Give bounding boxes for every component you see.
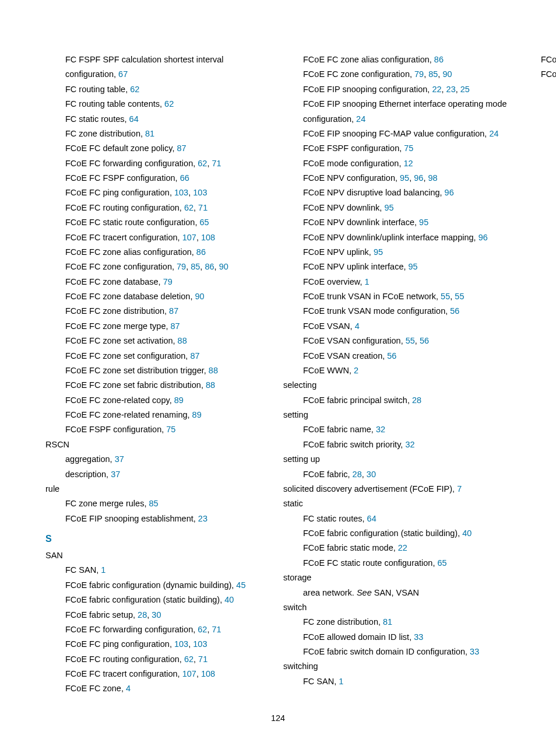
page-ref-link[interactable]: 55 <box>455 292 464 301</box>
page-ref-link[interactable]: 65 <box>438 558 447 568</box>
page-ref-link[interactable]: 95 <box>400 173 409 183</box>
page-ref-link[interactable]: 45 <box>236 580 245 590</box>
page-ref-link[interactable]: 85 <box>428 69 438 79</box>
page-ref-link[interactable]: 56 <box>387 351 396 360</box>
page-ref-link[interactable]: 86 <box>434 55 444 64</box>
page-ref-link[interactable]: 87 <box>171 321 180 331</box>
page-ref-link[interactable]: 64 <box>367 514 376 523</box>
page-ref-link[interactable]: 56 <box>450 306 459 316</box>
page-ref-link[interactable]: 62 <box>184 654 193 664</box>
page-ref-link[interactable]: 85 <box>191 262 200 271</box>
page-ref-link[interactable]: 103 <box>174 188 188 197</box>
page-ref-link[interactable]: 56 <box>420 336 429 345</box>
page-ref-link[interactable]: 86 <box>196 247 206 257</box>
page-ref-link[interactable]: 25 <box>460 85 470 94</box>
page-ref-link[interactable]: 4 <box>355 321 360 331</box>
page-ref-link[interactable]: 87 <box>169 306 178 316</box>
page-ref-link[interactable]: 71 <box>198 203 207 212</box>
page-ref-link[interactable]: 7 <box>457 484 462 494</box>
page-ref-link[interactable]: 107 <box>182 233 196 242</box>
page-ref-link[interactable]: 103 <box>193 639 207 649</box>
page-ref-link[interactable]: 62 <box>198 625 207 634</box>
index-term: selecting <box>283 378 511 393</box>
page-ref-link[interactable]: 107 <box>182 669 196 678</box>
page-ref-link[interactable]: 66 <box>180 173 189 183</box>
index-subentry: FCoE FC zone merge type, 87 <box>65 319 273 334</box>
page-ref-link[interactable]: 71 <box>212 159 221 168</box>
page-ref-link[interactable]: 22 <box>398 543 407 552</box>
page-ref-link[interactable]: 1 <box>101 565 105 575</box>
page-ref-link[interactable]: 75 <box>404 144 413 153</box>
page-ref-link[interactable]: 71 <box>212 625 221 634</box>
index-subentry: FCoE FC ping configuration, 103, 103 <box>65 186 273 200</box>
page-ref-link[interactable]: 79 <box>177 262 186 271</box>
page-ref-link[interactable]: 37 <box>111 470 120 479</box>
page-ref-link[interactable]: 85 <box>149 499 158 508</box>
page-ref-link[interactable]: 103 <box>174 639 188 649</box>
page-ref-link[interactable]: 2 <box>354 366 358 375</box>
page-ref-link[interactable]: 103 <box>193 188 207 197</box>
page-ref-link[interactable]: 88 <box>206 380 215 390</box>
page-ref-link[interactable]: 108 <box>201 669 215 678</box>
page-ref-link[interactable]: 79 <box>414 69 424 79</box>
page-ref-link[interactable]: 87 <box>190 351 199 360</box>
page-ref-link[interactable]: 32 <box>405 440 414 449</box>
page-ref-link[interactable]: 55 <box>441 292 450 301</box>
page-ref-link[interactable]: 28 <box>138 610 147 620</box>
page-ref-link[interactable]: 23 <box>446 85 456 94</box>
page-ref-link[interactable]: 32 <box>376 425 385 434</box>
page-ref-link[interactable]: 86 <box>205 262 214 271</box>
page-ref-link[interactable]: 28 <box>353 470 362 479</box>
page-ref-link[interactable]: 22 <box>432 85 441 94</box>
page-ref-link[interactable]: 81 <box>145 129 154 138</box>
page-ref-link[interactable]: 55 <box>406 336 415 345</box>
entry-text: FC routing table contents, <box>65 99 164 108</box>
page-ref-link[interactable]: 87 <box>177 144 186 153</box>
page-ref-link[interactable]: 96 <box>445 188 454 197</box>
page-ref-link[interactable]: 90 <box>442 69 452 79</box>
page-ref-link[interactable]: 4 <box>126 684 131 693</box>
page-ref-link[interactable]: 90 <box>195 292 204 301</box>
page-ref-link[interactable]: 79 <box>163 277 173 286</box>
page-ref-link[interactable]: 96 <box>478 233 488 242</box>
page-ref-link[interactable]: 30 <box>367 470 376 479</box>
page-ref-link[interactable]: 64 <box>129 114 139 124</box>
page-ref-link[interactable]: 95 <box>419 218 428 227</box>
page-ref-link[interactable]: 65 <box>200 218 209 227</box>
page-ref-link[interactable]: 67 <box>118 69 128 79</box>
page-ref-link[interactable]: 96 <box>414 173 423 183</box>
page-ref-link[interactable]: 62 <box>198 159 207 168</box>
page-ref-link[interactable]: 40 <box>462 528 471 538</box>
page-ref-link[interactable]: 24 <box>356 114 365 124</box>
page-ref-link[interactable]: 88 <box>209 366 218 375</box>
page-ref-link[interactable]: 62 <box>164 99 174 108</box>
page-ref-link[interactable]: 23 <box>198 514 207 523</box>
page-ref-link[interactable]: 89 <box>192 410 202 419</box>
page-ref-link[interactable]: 33 <box>414 632 423 642</box>
page-ref-link[interactable]: 1 <box>339 677 343 686</box>
page-ref-link[interactable]: 71 <box>198 654 207 664</box>
page-ref-link[interactable]: 89 <box>174 396 184 405</box>
page-ref-link[interactable]: 30 <box>152 610 161 620</box>
page-ref-link[interactable]: 62 <box>184 203 193 212</box>
page-ref-link[interactable]: 33 <box>470 647 479 656</box>
page-ref-link[interactable]: 12 <box>403 159 413 168</box>
page-ref-link[interactable]: 95 <box>384 203 393 212</box>
page-ref-link[interactable]: 62 <box>130 85 139 94</box>
page-ref-link[interactable]: 88 <box>178 336 187 345</box>
page-ref-link[interactable]: 108 <box>201 233 215 242</box>
index-subentry: FCoE FC zone distribution, 87 <box>65 304 273 318</box>
page-ref-link[interactable]: 81 <box>383 617 392 626</box>
entry-text: FCoE fabric configuration (static buildi… <box>303 528 462 538</box>
page-ref-link[interactable]: 98 <box>428 173 437 183</box>
page-ref-link[interactable]: 75 <box>166 425 175 434</box>
page-ref-link[interactable]: 1 <box>365 277 370 286</box>
page-ref-link[interactable]: 90 <box>219 262 228 271</box>
page-ref-link[interactable]: 40 <box>224 595 234 604</box>
page-ref-link[interactable]: 37 <box>115 454 124 464</box>
index-subentry: FC zone distribution, 81 <box>65 127 273 141</box>
page-ref-link[interactable]: 28 <box>412 396 421 405</box>
page-ref-link[interactable]: 24 <box>489 129 498 138</box>
page-ref-link[interactable]: 95 <box>374 247 383 257</box>
page-ref-link[interactable]: 95 <box>409 262 418 271</box>
